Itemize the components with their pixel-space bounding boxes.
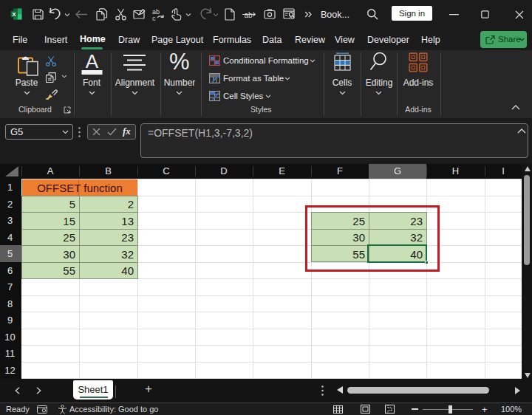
svg-text:X: X — [12, 11, 16, 18]
svg-text:A: A — [86, 52, 99, 72]
svg-text:c: c — [152, 15, 156, 21]
